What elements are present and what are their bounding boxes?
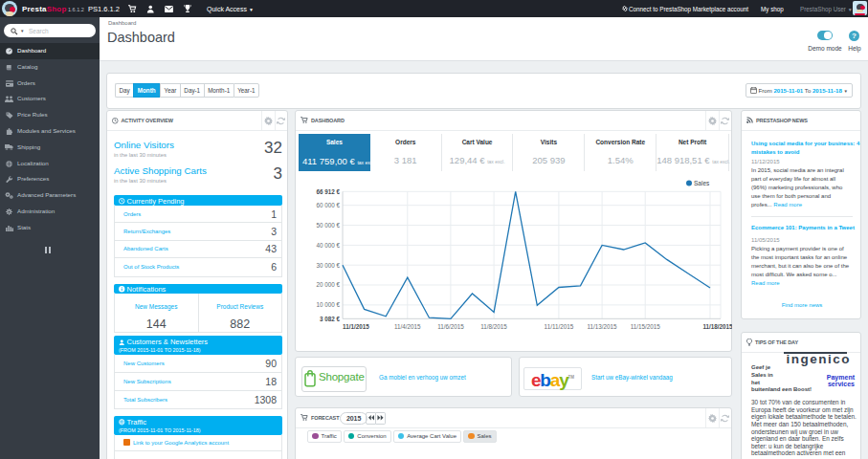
svg-text:50 000 €: 50 000 €: [316, 222, 340, 229]
svg-text:11/6/2015: 11/6/2015: [437, 323, 464, 330]
svg-text:11/1/2015: 11/1/2015: [343, 323, 369, 330]
svg-text:3 082 €: 3 082 €: [320, 316, 341, 322]
svg-text:10 000 €: 10 000 €: [316, 301, 340, 308]
svg-text:40 000 €: 40 000 €: [316, 242, 340, 249]
svg-text:11/15/2015: 11/15/2015: [631, 323, 661, 330]
svg-text:11/11/2015: 11/11/2015: [545, 323, 574, 330]
svg-text:11/4/2015: 11/4/2015: [394, 323, 421, 330]
svg-text:66 912 €: 66 912 €: [316, 188, 340, 195]
svg-text:30 000 €: 30 000 €: [316, 262, 340, 269]
svg-text:60 000 €: 60 000 €: [316, 202, 340, 208]
svg-text:20 000 €: 20 000 €: [316, 281, 340, 288]
svg-text:11/18/2015: 11/18/2015: [702, 323, 732, 330]
svg-text:11/8/2015: 11/8/2015: [480, 323, 507, 330]
svg-text:Sales: Sales: [694, 180, 710, 186]
svg-text:11/13/2015: 11/13/2015: [588, 323, 618, 330]
